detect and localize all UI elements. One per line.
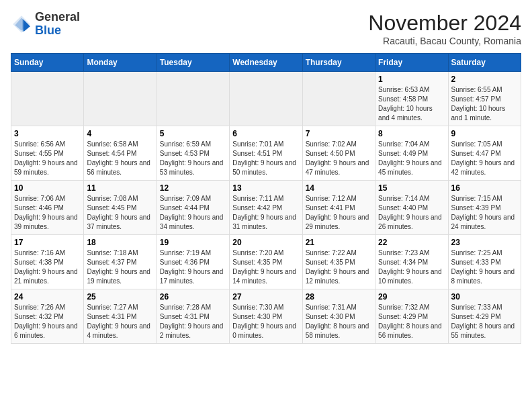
calendar-cell: 2Sunrise: 6:55 AM Sunset: 4:57 PM Daylig… <box>448 72 521 126</box>
day-number: 10 <box>14 183 81 193</box>
day-info: Sunrise: 7:26 AM Sunset: 4:32 PM Dayligh… <box>14 303 81 340</box>
day-number: 5 <box>160 129 226 138</box>
calendar-cell: 23Sunrise: 7:25 AM Sunset: 4:33 PM Dayli… <box>448 235 521 289</box>
day-info: Sunrise: 6:59 AM Sunset: 4:53 PM Dayligh… <box>160 140 226 177</box>
calendar-cell: 30Sunrise: 7:33 AM Sunset: 4:29 PM Dayli… <box>448 289 521 344</box>
day-number: 30 <box>451 292 518 302</box>
day-info: Sunrise: 6:56 AM Sunset: 4:55 PM Dayligh… <box>14 140 81 177</box>
month-title: November 2024 <box>368 11 521 36</box>
header: General Blue November 2024 Racauti, Baca… <box>11 11 521 46</box>
day-number: 14 <box>306 183 372 193</box>
day-number: 28 <box>306 292 372 302</box>
header-row: SundayMondayTuesdayWednesdayThursdayFrid… <box>11 54 521 72</box>
title-area: November 2024 Racauti, Bacau County, Rom… <box>368 11 521 46</box>
calendar-cell: 26Sunrise: 7:28 AM Sunset: 4:31 PM Dayli… <box>157 289 229 344</box>
logo-text: General Blue <box>35 11 80 38</box>
day-info: Sunrise: 7:28 AM Sunset: 4:31 PM Dayligh… <box>160 303 226 340</box>
day-info: Sunrise: 7:02 AM Sunset: 4:50 PM Dayligh… <box>306 140 372 177</box>
day-info: Sunrise: 7:05 AM Sunset: 4:47 PM Dayligh… <box>451 140 518 177</box>
calendar-cell: 9Sunrise: 7:05 AM Sunset: 4:47 PM Daylig… <box>448 126 521 181</box>
calendar-cell: 5Sunrise: 6:59 AM Sunset: 4:53 PM Daylig… <box>157 126 229 181</box>
day-number: 29 <box>378 292 445 302</box>
day-number: 21 <box>306 238 372 247</box>
day-number: 8 <box>378 129 445 138</box>
logo: General Blue <box>11 11 80 38</box>
day-info: Sunrise: 7:06 AM Sunset: 4:46 PM Dayligh… <box>14 194 81 232</box>
calendar-cell: 28Sunrise: 7:31 AM Sunset: 4:30 PM Dayli… <box>302 289 375 344</box>
day-number: 22 <box>378 238 445 247</box>
calendar-week-5: 24Sunrise: 7:26 AM Sunset: 4:32 PM Dayli… <box>11 289 521 344</box>
calendar-cell: 29Sunrise: 7:32 AM Sunset: 4:29 PM Dayli… <box>375 289 448 344</box>
calendar-cell: 16Sunrise: 7:15 AM Sunset: 4:39 PM Dayli… <box>448 181 521 235</box>
calendar-cell: 18Sunrise: 7:18 AM Sunset: 4:37 PM Dayli… <box>84 235 157 289</box>
day-number: 24 <box>14 292 81 302</box>
calendar-body: 1Sunrise: 6:53 AM Sunset: 4:58 PM Daylig… <box>11 72 521 344</box>
calendar-cell: 8Sunrise: 7:04 AM Sunset: 4:49 PM Daylig… <box>375 126 448 181</box>
calendar-cell: 4Sunrise: 6:58 AM Sunset: 4:54 PM Daylig… <box>84 126 157 181</box>
day-info: Sunrise: 6:53 AM Sunset: 4:58 PM Dayligh… <box>378 85 445 123</box>
day-info: Sunrise: 6:58 AM Sunset: 4:54 PM Dayligh… <box>87 140 153 177</box>
day-info: Sunrise: 7:31 AM Sunset: 4:30 PM Dayligh… <box>306 303 372 340</box>
calendar-cell <box>157 72 229 126</box>
calendar: SundayMondayTuesdayWednesdayThursdayFrid… <box>11 53 521 344</box>
calendar-cell <box>11 72 84 126</box>
calendar-cell: 21Sunrise: 7:22 AM Sunset: 4:35 PM Dayli… <box>302 235 375 289</box>
day-info: Sunrise: 7:08 AM Sunset: 4:45 PM Dayligh… <box>87 194 153 232</box>
day-info: Sunrise: 7:15 AM Sunset: 4:39 PM Dayligh… <box>451 194 518 232</box>
day-info: Sunrise: 7:11 AM Sunset: 4:42 PM Dayligh… <box>232 194 299 232</box>
calendar-cell: 25Sunrise: 7:27 AM Sunset: 4:31 PM Dayli… <box>84 289 157 344</box>
calendar-week-3: 10Sunrise: 7:06 AM Sunset: 4:46 PM Dayli… <box>11 181 521 235</box>
day-number: 7 <box>306 129 372 138</box>
day-number: 16 <box>451 183 518 193</box>
day-number: 27 <box>232 292 299 302</box>
day-info: Sunrise: 7:22 AM Sunset: 4:35 PM Dayligh… <box>306 248 372 286</box>
day-number: 12 <box>160 183 226 193</box>
day-number: 17 <box>14 238 81 247</box>
day-number: 6 <box>232 129 299 138</box>
calendar-cell <box>302 72 375 126</box>
calendar-cell: 17Sunrise: 7:16 AM Sunset: 4:38 PM Dayli… <box>11 235 84 289</box>
calendar-cell: 19Sunrise: 7:19 AM Sunset: 4:36 PM Dayli… <box>157 235 229 289</box>
day-info: Sunrise: 7:20 AM Sunset: 4:35 PM Dayligh… <box>232 248 299 286</box>
day-number: 19 <box>160 238 226 247</box>
calendar-cell: 15Sunrise: 7:14 AM Sunset: 4:40 PM Dayli… <box>375 181 448 235</box>
calendar-cell: 20Sunrise: 7:20 AM Sunset: 4:35 PM Dayli… <box>230 235 302 289</box>
day-info: Sunrise: 7:16 AM Sunset: 4:38 PM Dayligh… <box>14 248 81 286</box>
day-info: Sunrise: 7:25 AM Sunset: 4:33 PM Dayligh… <box>451 248 518 286</box>
calendar-cell: 27Sunrise: 7:30 AM Sunset: 4:30 PM Dayli… <box>230 289 302 344</box>
calendar-cell <box>230 72 302 126</box>
day-number: 23 <box>451 238 518 247</box>
day-header-wednesday: Wednesday <box>230 54 302 72</box>
calendar-cell: 1Sunrise: 6:53 AM Sunset: 4:58 PM Daylig… <box>375 72 448 126</box>
calendar-cell: 7Sunrise: 7:02 AM Sunset: 4:50 PM Daylig… <box>302 126 375 181</box>
calendar-header: SundayMondayTuesdayWednesdayThursdayFrid… <box>11 54 521 72</box>
day-number: 25 <box>87 292 153 302</box>
day-number: 2 <box>451 75 518 84</box>
day-header-monday: Monday <box>84 54 157 72</box>
day-info: Sunrise: 7:32 AM Sunset: 4:29 PM Dayligh… <box>378 303 445 340</box>
day-info: Sunrise: 7:04 AM Sunset: 4:49 PM Dayligh… <box>378 140 445 177</box>
calendar-cell: 14Sunrise: 7:12 AM Sunset: 4:41 PM Dayli… <box>302 181 375 235</box>
day-header-friday: Friday <box>375 54 448 72</box>
day-info: Sunrise: 7:14 AM Sunset: 4:40 PM Dayligh… <box>378 194 445 232</box>
day-info: Sunrise: 6:55 AM Sunset: 4:57 PM Dayligh… <box>451 85 518 123</box>
day-info: Sunrise: 7:33 AM Sunset: 4:29 PM Dayligh… <box>451 303 518 340</box>
day-header-thursday: Thursday <box>302 54 375 72</box>
day-number: 3 <box>14 129 81 138</box>
logo-icon <box>11 13 32 35</box>
day-info: Sunrise: 7:23 AM Sunset: 4:34 PM Dayligh… <box>378 248 445 286</box>
day-number: 18 <box>87 238 153 247</box>
day-info: Sunrise: 7:18 AM Sunset: 4:37 PM Dayligh… <box>87 248 153 286</box>
location: Racauti, Bacau County, Romania <box>368 36 521 46</box>
day-info: Sunrise: 7:09 AM Sunset: 4:44 PM Dayligh… <box>160 194 226 232</box>
calendar-week-2: 3Sunrise: 6:56 AM Sunset: 4:55 PM Daylig… <box>11 126 521 181</box>
day-number: 1 <box>378 75 445 84</box>
day-number: 13 <box>232 183 299 193</box>
calendar-cell <box>84 72 157 126</box>
day-info: Sunrise: 7:30 AM Sunset: 4:30 PM Dayligh… <box>232 303 299 340</box>
calendar-cell: 24Sunrise: 7:26 AM Sunset: 4:32 PM Dayli… <box>11 289 84 344</box>
calendar-cell: 13Sunrise: 7:11 AM Sunset: 4:42 PM Dayli… <box>230 181 302 235</box>
day-header-sunday: Sunday <box>11 54 84 72</box>
day-info: Sunrise: 7:12 AM Sunset: 4:41 PM Dayligh… <box>306 194 372 232</box>
day-number: 9 <box>451 129 518 138</box>
